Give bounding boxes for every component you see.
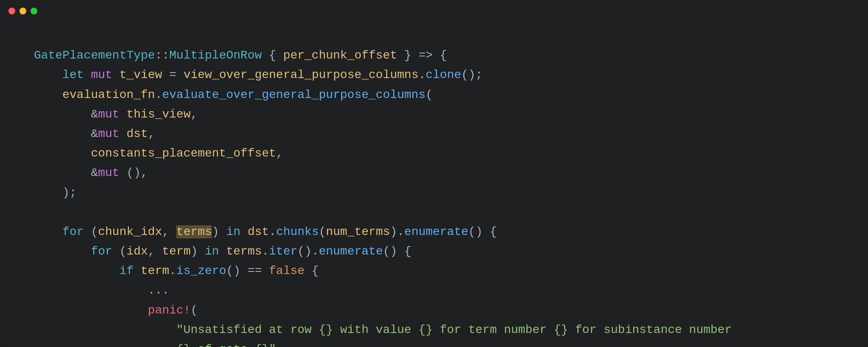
code-token: {: [305, 264, 319, 277]
code-token: mut: [91, 68, 112, 81]
code-token: ,: [276, 343, 283, 347]
code-token: () {: [383, 245, 411, 258]
code-token: ,: [191, 108, 198, 121]
code-token: ,: [162, 225, 176, 238]
code-token: "Unsatisfied at row {} with value {} for…: [34, 323, 732, 336]
code-token: =: [162, 68, 184, 81]
code-token: per_chunk_offset: [283, 49, 397, 62]
code-token: [34, 147, 91, 160]
code-token: ,: [148, 245, 162, 258]
code-token: {: [262, 49, 283, 62]
code-token: evaluation_fn: [62, 88, 155, 101]
code-token: .: [262, 245, 269, 258]
code-token: (: [426, 88, 433, 101]
code-token: ::: [155, 49, 170, 62]
code-token: (: [319, 225, 326, 238]
code-token: view_over_general_purpose_columns: [184, 68, 419, 81]
code-token: () {: [468, 225, 497, 238]
code-token: (),: [120, 166, 148, 179]
code-token: .: [269, 225, 276, 238]
code-token: );: [34, 186, 77, 199]
code-token: [240, 225, 248, 238]
code-token: enumerate: [319, 245, 383, 258]
code-token: for: [91, 245, 112, 258]
code-token: [34, 264, 120, 277]
code-token: [120, 108, 127, 121]
code-token: [34, 88, 62, 101]
code-token: [34, 68, 62, 81]
code-token: enumerate: [404, 225, 468, 238]
code-token: if: [120, 264, 134, 277]
code-token: is_zero: [176, 264, 226, 277]
code-token: (: [191, 304, 198, 317]
code-token: &: [34, 127, 98, 140]
code-token: panic!: [34, 304, 191, 317]
window: GatePlacementType::MultipleOnRow { per_c…: [0, 0, 868, 347]
code-token: &: [34, 166, 98, 179]
code-token: term: [141, 264, 169, 277]
code-token: GatePlacementType: [34, 49, 155, 62]
code-token: [219, 245, 226, 258]
code-token: in: [205, 245, 219, 258]
code-token: evaluate_over_general_purpose_columns: [162, 88, 426, 101]
code-token: mut: [98, 127, 119, 140]
code-token: .: [169, 264, 176, 277]
code-token: ): [212, 225, 226, 238]
code-token: MultipleOnRow: [169, 49, 262, 62]
code-token: t_view: [120, 68, 162, 81]
code-token: for: [62, 225, 83, 238]
code-token: let: [62, 68, 83, 81]
code-token: term: [162, 245, 190, 258]
code-editor[interactable]: GatePlacementType::MultipleOnRow { per_c…: [0, 22, 868, 347]
minimize-button[interactable]: [19, 8, 26, 14]
code-token: chunk_idx: [98, 225, 162, 238]
code-token: (: [84, 225, 98, 238]
code-token: .: [155, 88, 162, 101]
code-token: .: [418, 68, 426, 81]
code-token: constants_placement_offset: [91, 147, 276, 160]
code-token: dst: [126, 127, 147, 140]
code-token: ,: [148, 127, 155, 140]
close-button[interactable]: [8, 8, 15, 14]
code-token: mut: [98, 166, 119, 179]
code-token: ,: [276, 147, 283, 160]
code-token: this_view: [126, 108, 190, 121]
code-token: ().: [298, 245, 319, 258]
code-token: dst: [248, 225, 269, 238]
code-token: ...: [34, 284, 169, 297]
code-token: &: [34, 108, 98, 121]
code-token-terms: terms: [176, 225, 212, 238]
title-bar: [0, 0, 868, 22]
code-token: ).: [390, 225, 404, 238]
code-token: [84, 68, 91, 81]
code-token: iter: [269, 245, 298, 258]
code-token: (: [112, 245, 127, 258]
code-token: } => {: [397, 49, 447, 62]
code-token: [134, 264, 141, 277]
code-token: [112, 68, 120, 81]
maximize-button[interactable]: [31, 8, 37, 14]
code-token: {} of gate {}": [34, 343, 276, 347]
code-token: false: [269, 264, 305, 277]
code-token: chunks: [276, 225, 319, 238]
code-token: [120, 127, 127, 140]
code-token: () ==: [226, 264, 269, 277]
code-token: in: [226, 225, 241, 238]
code-token: idx: [126, 245, 147, 258]
code-token: [34, 245, 91, 258]
code-token: terms: [226, 245, 262, 258]
code-token: ();: [461, 68, 482, 81]
code-token: clone: [426, 68, 461, 81]
code-token: mut: [98, 108, 119, 121]
code-token: [34, 225, 62, 238]
code-token: num_terms: [326, 225, 390, 238]
code-token: ): [191, 245, 205, 258]
